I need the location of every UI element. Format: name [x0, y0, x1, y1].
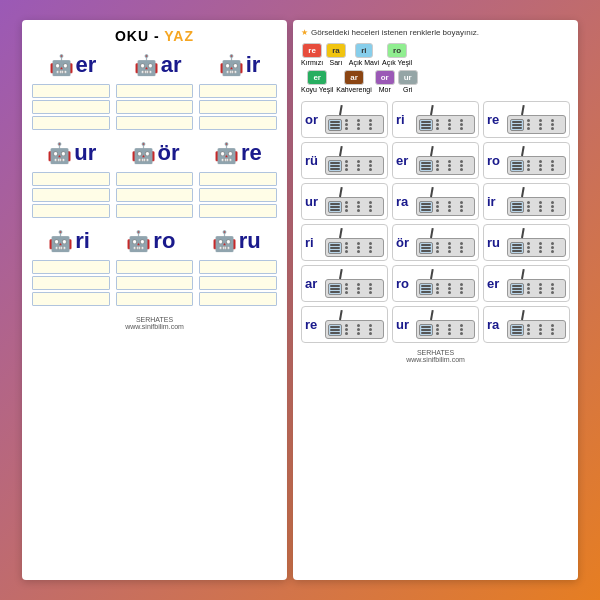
robot-icon: 🤖 — [214, 141, 239, 165]
radio-speaker — [344, 323, 381, 336]
radio-body — [325, 156, 384, 175]
radio-speaker — [435, 118, 472, 131]
radio-illustration — [507, 310, 566, 339]
write-line[interactable] — [199, 84, 277, 98]
line-block — [32, 84, 110, 130]
write-line[interactable] — [32, 260, 110, 274]
write-line[interactable] — [116, 276, 194, 290]
syllable-ru: ru — [239, 228, 261, 254]
radio-illustration — [507, 269, 566, 298]
radio-speaker — [526, 159, 563, 172]
radio-speaker — [344, 200, 381, 213]
robot-icon: 🤖 — [49, 53, 74, 77]
radio-illustration — [325, 310, 384, 339]
radio-antenna — [430, 228, 433, 238]
left-title: OKU - YAZ — [30, 28, 279, 44]
write-line[interactable] — [116, 84, 194, 98]
write-line[interactable] — [32, 172, 110, 186]
write-line[interactable] — [116, 116, 194, 130]
left-footer: SERHATES www.sinifbilim.com — [30, 316, 279, 330]
radio-body — [507, 197, 566, 216]
label-acik-yesil: Açık Yeşil — [382, 59, 412, 66]
color-bar-row2: er Koyu Yeşil ar Kahverengi or Mor ur Gr… — [301, 70, 570, 93]
radio-illustration — [507, 105, 566, 134]
main-container: OKU - YAZ 🤖 er 🤖 ar 🤖 ir — [14, 12, 586, 588]
radio-syllable: re — [305, 317, 323, 332]
write-line[interactable] — [199, 100, 277, 114]
syllable-group-3: 🤖 ri 🤖 ro 🤖 ru — [30, 228, 279, 306]
radio-card: or — [301, 101, 388, 138]
write-line[interactable] — [199, 172, 277, 186]
radio-speaker — [526, 323, 563, 336]
radio-syllable: ur — [305, 194, 323, 209]
lines-row — [30, 172, 279, 218]
write-line[interactable] — [199, 188, 277, 202]
write-line[interactable] — [199, 204, 277, 218]
radio-syllable: ro — [396, 276, 414, 291]
syllable-row-1: 🤖 er 🤖 ar 🤖 ir — [30, 52, 279, 78]
write-line[interactable] — [32, 116, 110, 130]
left-page: OKU - YAZ 🤖 er 🤖 ar 🤖 ir — [22, 20, 287, 580]
radio-illustration — [416, 187, 475, 216]
radio-screen — [419, 119, 433, 131]
radio-card: ur — [301, 183, 388, 220]
write-line[interactable] — [116, 188, 194, 202]
syllable-ur: ur — [74, 140, 96, 166]
syllable-ro: ro — [153, 228, 175, 254]
syllable-row-3: 🤖 ri 🤖 ro 🤖 ru — [30, 228, 279, 254]
write-line[interactable] — [116, 260, 194, 274]
label-kahverengi: Kahverengi — [336, 86, 371, 93]
radio-body — [325, 320, 384, 339]
radio-syllable: ra — [487, 317, 505, 332]
radio-speaker — [435, 282, 472, 295]
radio-screen — [328, 283, 342, 295]
radio-syllable: ri — [305, 235, 323, 250]
robot-or: 🤖 ör — [131, 140, 180, 166]
write-line[interactable] — [116, 100, 194, 114]
radio-syllable: rü — [305, 153, 323, 168]
color-tag-or: or Mor — [375, 70, 395, 93]
write-line[interactable] — [32, 100, 110, 114]
radio-antenna — [430, 269, 433, 279]
radio-syllable: ri — [396, 112, 414, 127]
write-line[interactable] — [199, 276, 277, 290]
footer-brand: SERHATES — [30, 316, 279, 323]
write-line[interactable] — [32, 204, 110, 218]
robot-icon: 🤖 — [126, 229, 151, 253]
line-block — [32, 260, 110, 306]
write-line[interactable] — [32, 84, 110, 98]
radio-illustration — [507, 228, 566, 257]
write-line[interactable] — [199, 292, 277, 306]
lines-row — [30, 260, 279, 306]
write-line[interactable] — [199, 260, 277, 274]
radio-card: ur — [392, 306, 479, 343]
lines-row — [30, 84, 279, 130]
radio-antenna — [339, 269, 342, 279]
radio-antenna — [339, 228, 342, 238]
write-line[interactable] — [116, 204, 194, 218]
radio-screen — [510, 283, 524, 295]
radio-syllable: re — [487, 112, 505, 127]
radio-card: ro — [392, 265, 479, 302]
syllable-ir: ir — [246, 52, 261, 78]
radio-syllable: ör — [396, 235, 414, 250]
syllable-er: er — [76, 52, 97, 78]
radio-card: er — [483, 265, 570, 302]
write-line[interactable] — [32, 292, 110, 306]
syllable-or: ör — [158, 140, 180, 166]
write-line[interactable] — [32, 276, 110, 290]
label-mor: Mor — [379, 86, 391, 93]
radio-syllable: er — [487, 276, 505, 291]
radio-syllable: ar — [305, 276, 323, 291]
yaz-text: YAZ — [164, 28, 194, 44]
robot-er: 🤖 er — [49, 52, 97, 78]
write-line[interactable] — [32, 188, 110, 202]
radio-speaker — [344, 159, 381, 172]
syllable-row-2: 🤖 ur 🤖 ör 🤖 re — [30, 140, 279, 166]
radio-illustration — [416, 269, 475, 298]
write-line[interactable] — [199, 116, 277, 130]
radio-speaker — [344, 118, 381, 131]
write-line[interactable] — [116, 292, 194, 306]
radio-body — [325, 115, 384, 134]
write-line[interactable] — [116, 172, 194, 186]
